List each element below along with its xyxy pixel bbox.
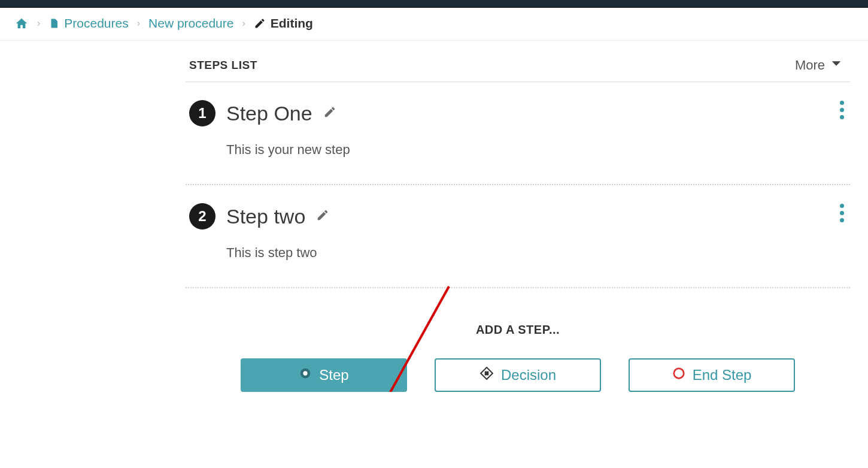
add-step-label: Step [319,367,348,384]
edit-step-button[interactable] [323,105,336,121]
more-label: More [795,58,825,73]
add-end-step-button[interactable]: End Step [629,358,795,392]
add-step-buttons: Step Decision End Step [186,358,850,392]
step-title: Step two [226,205,305,228]
step-options-button[interactable] [840,98,844,122]
breadcrumb-new-procedure-label: New procedure [148,16,233,31]
step-item: 1 Step One This is your new step [186,82,850,185]
step-description: This is your new step [226,142,846,158]
step-options-button[interactable] [840,201,844,225]
step-header: 1 Step One [189,100,846,126]
edit-step-button[interactable] [316,209,329,224]
more-button[interactable]: More [791,56,846,74]
breadcrumb-home[interactable] [14,17,29,30]
step-title: Step One [226,102,312,125]
home-icon [14,17,29,30]
breadcrumb-separator: › [242,18,245,29]
add-decision-button[interactable]: Decision [435,358,601,392]
document-icon [48,17,59,30]
breadcrumb: › Procedures › New procedure › Editing [0,8,868,41]
window-topbar [0,0,868,8]
end-step-circle-icon [672,367,685,384]
step-header: 2 Step two [189,203,846,230]
breadcrumb-separator: › [37,18,40,29]
steps-list-header: STEPS LIST More [186,52,850,82]
step-number-badge: 1 [189,100,216,126]
steps-list-title: STEPS LIST [189,59,257,72]
main-content: STEPS LIST More 1 Step One This is your … [186,41,868,392]
svg-point-1 [304,371,308,375]
step-number-badge: 2 [189,203,216,230]
add-step-heading: ADD A STEP... [186,323,850,337]
breadcrumb-procedures[interactable]: Procedures [48,16,128,31]
breadcrumb-separator: › [137,18,140,29]
svg-point-6 [673,369,684,379]
step-dot-icon [299,367,312,384]
pencil-icon [254,17,266,29]
breadcrumb-procedures-label: Procedures [64,16,128,31]
add-decision-label: Decision [501,367,556,384]
decision-diamond-icon [479,366,494,384]
step-description: This is step two [226,245,846,261]
chevron-down-icon [830,57,843,74]
add-step-button[interactable]: Step [241,358,407,392]
breadcrumb-new-procedure[interactable]: New procedure [148,16,233,31]
add-end-step-label: End Step [693,367,752,384]
breadcrumb-editing-label: Editing [271,16,313,31]
breadcrumb-editing: Editing [254,16,313,31]
step-item: 2 Step two This is step two [186,185,850,288]
add-step-section: ADD A STEP... Step Decision End Step [186,288,850,392]
